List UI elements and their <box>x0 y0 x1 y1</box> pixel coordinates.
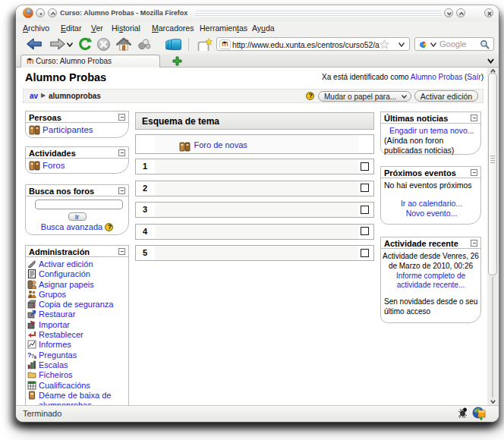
svg-text:?: ? <box>31 354 34 359</box>
